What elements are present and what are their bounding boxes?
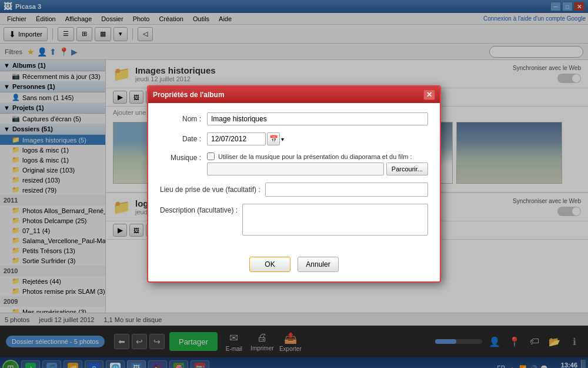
dialog-titlebar: Propriétés de l'album ✕ <box>148 87 440 103</box>
desc-label: Description (facultative) : <box>160 204 242 214</box>
music-checkbox[interactable] <box>207 152 215 160</box>
dialog-date-row: Date : 📅 ▾ <box>160 132 428 145</box>
music-right: Utiliser de la musique pour la présentat… <box>207 152 428 175</box>
music-file-input[interactable] <box>207 163 384 175</box>
music-checkbox-row: Utiliser de la musique pour la présentat… <box>207 152 428 160</box>
dialog-name-row: Nom : <box>160 112 428 125</box>
name-label: Nom : <box>160 115 207 123</box>
browse-btn[interactable]: Parcourir... <box>386 163 428 175</box>
dialog-title: Propriétés de l'album <box>153 91 423 99</box>
music-label: Musique : <box>160 152 207 162</box>
date-label: Date : <box>160 135 207 143</box>
dialog-footer: OK Annuler <box>148 252 440 281</box>
dialog-desc-row: Description (facultative) : <box>160 204 428 236</box>
date-field-group: 📅 ▾ <box>207 132 284 145</box>
dialog-close-btn[interactable]: ✕ <box>423 89 435 100</box>
date-dropdown-icon[interactable]: ▾ <box>281 136 284 142</box>
date-picker-btn[interactable]: 📅 <box>267 132 280 145</box>
location-label: Lieu de prise de vue (facultatif) : <box>160 185 265 194</box>
name-input[interactable] <box>207 112 428 125</box>
location-input[interactable] <box>265 183 428 197</box>
dialog-location-row: Lieu de prise de vue (facultatif) : <box>160 183 428 197</box>
music-checkbox-label: Utiliser de la musique pour la présentat… <box>218 153 412 160</box>
dialog-overlay: Propriétés de l'album ✕ Nom : Date : 📅 ▾… <box>0 0 588 368</box>
cancel-btn[interactable]: Annuler <box>298 257 339 272</box>
date-input[interactable] <box>207 132 266 145</box>
dialog-music-row: Musique : Utiliser de la musique pour la… <box>160 152 428 175</box>
dialog-body: Nom : Date : 📅 ▾ Musique : Utiliser <box>148 103 440 252</box>
desc-input[interactable] <box>242 204 428 236</box>
music-file-row: Parcourir... <box>207 163 428 175</box>
ok-btn[interactable]: OK <box>249 257 290 272</box>
album-properties-dialog: Propriétés de l'album ✕ Nom : Date : 📅 ▾… <box>147 85 441 283</box>
